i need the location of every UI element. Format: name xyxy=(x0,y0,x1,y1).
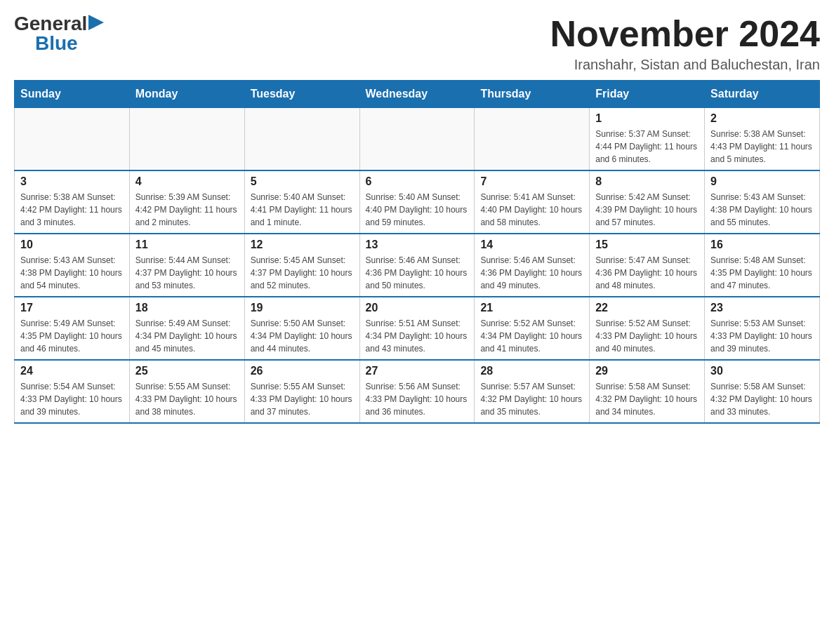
cell-w2-d4: 6Sunrise: 5:40 AM Sunset: 4:40 PM Daylig… xyxy=(359,170,475,234)
cell-w3-d7: 16Sunrise: 5:48 AM Sunset: 4:35 PM Dayli… xyxy=(705,234,820,297)
day-info: Sunrise: 5:49 AM Sunset: 4:35 PM Dayligh… xyxy=(20,317,124,355)
day-info: Sunrise: 5:50 AM Sunset: 4:34 PM Dayligh… xyxy=(251,317,354,355)
day-info: Sunrise: 5:55 AM Sunset: 4:33 PM Dayligh… xyxy=(251,380,354,418)
day-info: Sunrise: 5:58 AM Sunset: 4:32 PM Dayligh… xyxy=(710,380,814,418)
day-info: Sunrise: 5:54 AM Sunset: 4:33 PM Dayligh… xyxy=(20,380,124,418)
day-number: 15 xyxy=(595,239,699,251)
cell-w4-d3: 19Sunrise: 5:50 AM Sunset: 4:34 PM Dayli… xyxy=(244,297,359,360)
location-subtitle: Iranshahr, Sistan and Baluchestan, Iran xyxy=(550,57,820,73)
day-info: Sunrise: 5:37 AM Sunset: 4:44 PM Dayligh… xyxy=(595,128,699,166)
day-number: 22 xyxy=(595,302,699,314)
day-info: Sunrise: 5:58 AM Sunset: 4:32 PM Dayligh… xyxy=(595,380,699,418)
cell-w2-d7: 9Sunrise: 5:43 AM Sunset: 4:38 PM Daylig… xyxy=(705,170,820,234)
day-number: 26 xyxy=(251,365,354,377)
logo-general-text: General xyxy=(14,14,87,34)
month-title: November 2024 xyxy=(550,14,820,54)
cell-w3-d1: 10Sunrise: 5:43 AM Sunset: 4:38 PM Dayli… xyxy=(15,234,130,297)
cell-w1-d1 xyxy=(15,108,130,171)
logo-blue-text: Blue xyxy=(35,34,78,53)
day-info: Sunrise: 5:56 AM Sunset: 4:33 PM Dayligh… xyxy=(366,380,469,418)
cell-w2-d5: 7Sunrise: 5:41 AM Sunset: 4:40 PM Daylig… xyxy=(475,170,590,234)
cell-w5-d7: 30Sunrise: 5:58 AM Sunset: 4:32 PM Dayli… xyxy=(705,360,820,423)
day-number: 20 xyxy=(366,302,469,314)
cell-w1-d7: 2Sunrise: 5:38 AM Sunset: 4:43 PM Daylig… xyxy=(705,108,820,171)
cell-w5-d1: 24Sunrise: 5:54 AM Sunset: 4:33 PM Dayli… xyxy=(15,360,130,423)
day-number: 8 xyxy=(595,175,699,188)
day-number: 24 xyxy=(20,365,124,377)
page-header: General Blue November 2024 Iranshahr, Si… xyxy=(14,14,820,73)
cell-w1-d2 xyxy=(129,108,244,171)
day-info: Sunrise: 5:51 AM Sunset: 4:34 PM Dayligh… xyxy=(366,317,469,355)
cell-w3-d2: 11Sunrise: 5:44 AM Sunset: 4:37 PM Dayli… xyxy=(129,234,244,297)
cell-w3-d3: 12Sunrise: 5:45 AM Sunset: 4:37 PM Dayli… xyxy=(244,234,359,297)
day-number: 7 xyxy=(480,175,583,188)
cell-w4-d6: 22Sunrise: 5:52 AM Sunset: 4:33 PM Dayli… xyxy=(590,297,705,360)
day-number: 4 xyxy=(135,175,239,188)
day-number: 1 xyxy=(595,112,699,125)
cell-w4-d5: 21Sunrise: 5:52 AM Sunset: 4:34 PM Dayli… xyxy=(475,297,590,360)
col-sunday: Sunday xyxy=(15,81,130,108)
day-info: Sunrise: 5:47 AM Sunset: 4:36 PM Dayligh… xyxy=(595,254,699,292)
col-saturday: Saturday xyxy=(705,81,820,108)
cell-w1-d5 xyxy=(475,108,590,171)
day-number: 2 xyxy=(710,112,814,125)
day-number: 12 xyxy=(251,239,354,251)
day-info: Sunrise: 5:42 AM Sunset: 4:39 PM Dayligh… xyxy=(595,191,699,229)
cell-w4-d4: 20Sunrise: 5:51 AM Sunset: 4:34 PM Dayli… xyxy=(359,297,475,360)
cell-w5-d5: 28Sunrise: 5:57 AM Sunset: 4:32 PM Dayli… xyxy=(475,360,590,423)
day-number: 19 xyxy=(251,302,354,314)
calendar-header: Sunday Monday Tuesday Wednesday Thursday… xyxy=(15,81,820,108)
cell-w2-d2: 4Sunrise: 5:39 AM Sunset: 4:42 PM Daylig… xyxy=(129,170,244,234)
week-row-2: 3Sunrise: 5:38 AM Sunset: 4:42 PM Daylig… xyxy=(15,170,820,234)
day-info: Sunrise: 5:40 AM Sunset: 4:40 PM Dayligh… xyxy=(366,191,469,229)
day-number: 13 xyxy=(366,239,469,251)
day-number: 30 xyxy=(710,365,814,377)
day-info: Sunrise: 5:39 AM Sunset: 4:42 PM Dayligh… xyxy=(135,191,239,229)
calendar-table: Sunday Monday Tuesday Wednesday Thursday… xyxy=(14,80,820,424)
day-number: 3 xyxy=(20,175,124,188)
col-tuesday: Tuesday xyxy=(244,81,359,108)
logo-triangle-icon xyxy=(88,15,104,30)
day-number: 5 xyxy=(251,175,354,188)
day-number: 16 xyxy=(710,239,814,251)
day-info: Sunrise: 5:55 AM Sunset: 4:33 PM Dayligh… xyxy=(135,380,239,418)
day-number: 28 xyxy=(480,365,583,377)
calendar-body: 1Sunrise: 5:37 AM Sunset: 4:44 PM Daylig… xyxy=(15,108,820,424)
day-info: Sunrise: 5:49 AM Sunset: 4:34 PM Dayligh… xyxy=(135,317,239,355)
col-wednesday: Wednesday xyxy=(359,81,475,108)
day-info: Sunrise: 5:57 AM Sunset: 4:32 PM Dayligh… xyxy=(480,380,583,418)
day-number: 17 xyxy=(20,302,124,314)
day-number: 6 xyxy=(366,175,469,188)
day-number: 18 xyxy=(135,302,239,314)
day-number: 9 xyxy=(710,175,814,188)
cell-w3-d6: 15Sunrise: 5:47 AM Sunset: 4:36 PM Dayli… xyxy=(590,234,705,297)
day-number: 27 xyxy=(366,365,469,377)
logo: General Blue xyxy=(14,14,104,53)
col-thursday: Thursday xyxy=(475,81,590,108)
col-friday: Friday xyxy=(590,81,705,108)
cell-w5-d6: 29Sunrise: 5:58 AM Sunset: 4:32 PM Dayli… xyxy=(590,360,705,423)
day-info: Sunrise: 5:48 AM Sunset: 4:35 PM Dayligh… xyxy=(710,254,814,292)
day-number: 21 xyxy=(480,302,583,314)
cell-w3-d5: 14Sunrise: 5:46 AM Sunset: 4:36 PM Dayli… xyxy=(475,234,590,297)
day-number: 23 xyxy=(710,302,814,314)
day-info: Sunrise: 5:45 AM Sunset: 4:37 PM Dayligh… xyxy=(251,254,354,292)
title-block: November 2024 Iranshahr, Sistan and Balu… xyxy=(550,14,820,73)
week-row-3: 10Sunrise: 5:43 AM Sunset: 4:38 PM Dayli… xyxy=(15,234,820,297)
day-number: 29 xyxy=(595,365,699,377)
cell-w1-d3 xyxy=(244,108,359,171)
cell-w5-d2: 25Sunrise: 5:55 AM Sunset: 4:33 PM Dayli… xyxy=(129,360,244,423)
cell-w4-d1: 17Sunrise: 5:49 AM Sunset: 4:35 PM Dayli… xyxy=(15,297,130,360)
day-info: Sunrise: 5:43 AM Sunset: 4:38 PM Dayligh… xyxy=(710,191,814,229)
day-info: Sunrise: 5:38 AM Sunset: 4:42 PM Dayligh… xyxy=(20,191,124,229)
day-info: Sunrise: 5:52 AM Sunset: 4:34 PM Dayligh… xyxy=(480,317,583,355)
cell-w4-d7: 23Sunrise: 5:53 AM Sunset: 4:33 PM Dayli… xyxy=(705,297,820,360)
svg-marker-0 xyxy=(88,15,104,30)
day-info: Sunrise: 5:44 AM Sunset: 4:37 PM Dayligh… xyxy=(135,254,239,292)
day-info: Sunrise: 5:46 AM Sunset: 4:36 PM Dayligh… xyxy=(366,254,469,292)
cell-w5-d3: 26Sunrise: 5:55 AM Sunset: 4:33 PM Dayli… xyxy=(244,360,359,423)
day-info: Sunrise: 5:40 AM Sunset: 4:41 PM Dayligh… xyxy=(251,191,354,229)
week-row-4: 17Sunrise: 5:49 AM Sunset: 4:35 PM Dayli… xyxy=(15,297,820,360)
cell-w2-d3: 5Sunrise: 5:40 AM Sunset: 4:41 PM Daylig… xyxy=(244,170,359,234)
week-row-1: 1Sunrise: 5:37 AM Sunset: 4:44 PM Daylig… xyxy=(15,108,820,171)
